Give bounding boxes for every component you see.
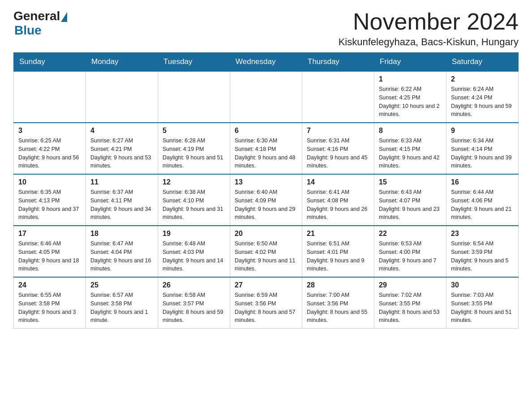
day-number: 5 xyxy=(163,127,225,135)
page-header: General Blue November 2024 Kiskunfelegyh… xyxy=(13,9,519,48)
day-info: Sunrise: 6:30 AM Sunset: 4:18 PM Dayligh… xyxy=(235,137,297,170)
calendar-cell: 23Sunrise: 6:54 AM Sunset: 3:59 PM Dayli… xyxy=(446,226,519,277)
day-info: Sunrise: 6:25 AM Sunset: 4:22 PM Dayligh… xyxy=(18,137,81,170)
day-info: Sunrise: 6:51 AM Sunset: 4:01 PM Dayligh… xyxy=(307,240,369,273)
calendar-cell: 10Sunrise: 6:35 AM Sunset: 4:13 PM Dayli… xyxy=(14,174,86,226)
logo: General Blue xyxy=(13,9,67,38)
day-number: 23 xyxy=(451,230,514,238)
day-number: 16 xyxy=(451,178,514,186)
day-number: 13 xyxy=(235,178,297,186)
day-number: 1 xyxy=(379,75,442,83)
day-number: 29 xyxy=(379,281,442,289)
day-number: 19 xyxy=(163,230,225,238)
day-number: 8 xyxy=(379,127,442,135)
day-number: 10 xyxy=(18,178,81,186)
day-number: 17 xyxy=(18,230,81,238)
day-info: Sunrise: 7:02 AM Sunset: 3:55 PM Dayligh… xyxy=(379,291,442,325)
calendar-cell: 28Sunrise: 7:00 AM Sunset: 3:56 PM Dayli… xyxy=(302,277,374,329)
day-info: Sunrise: 6:57 AM Sunset: 3:58 PM Dayligh… xyxy=(90,291,153,325)
day-number: 4 xyxy=(90,127,153,135)
day-info: Sunrise: 6:35 AM Sunset: 4:13 PM Dayligh… xyxy=(18,188,81,222)
day-number: 24 xyxy=(18,281,81,289)
day-number: 21 xyxy=(307,230,369,238)
day-info: Sunrise: 6:47 AM Sunset: 4:04 PM Dayligh… xyxy=(90,240,153,273)
location-subtitle: Kiskunfelegyhaza, Bacs-Kiskun, Hungary xyxy=(339,36,519,48)
week-row-5: 24Sunrise: 6:55 AM Sunset: 3:58 PM Dayli… xyxy=(14,277,519,329)
calendar-cell xyxy=(302,71,374,123)
week-row-3: 10Sunrise: 6:35 AM Sunset: 4:13 PM Dayli… xyxy=(14,174,519,226)
day-info: Sunrise: 6:50 AM Sunset: 4:02 PM Dayligh… xyxy=(235,240,297,273)
day-number: 26 xyxy=(163,281,225,289)
calendar-cell: 22Sunrise: 6:53 AM Sunset: 4:00 PM Dayli… xyxy=(374,226,446,277)
day-info: Sunrise: 6:58 AM Sunset: 3:57 PM Dayligh… xyxy=(163,291,225,325)
day-number: 22 xyxy=(379,230,442,238)
calendar-cell: 15Sunrise: 6:43 AM Sunset: 4:07 PM Dayli… xyxy=(374,174,446,226)
day-info: Sunrise: 6:40 AM Sunset: 4:09 PM Dayligh… xyxy=(235,188,297,222)
calendar-cell xyxy=(158,71,230,123)
weekday-header-friday: Friday xyxy=(374,53,446,72)
calendar-cell: 30Sunrise: 7:03 AM Sunset: 3:55 PM Dayli… xyxy=(446,277,519,329)
calendar-cell: 13Sunrise: 6:40 AM Sunset: 4:09 PM Dayli… xyxy=(230,174,302,226)
calendar-cell: 7Sunrise: 6:31 AM Sunset: 4:16 PM Daylig… xyxy=(302,123,374,174)
day-number: 11 xyxy=(90,178,153,186)
logo-blue-text: Blue xyxy=(14,23,42,38)
day-number: 27 xyxy=(235,281,297,289)
calendar-cell: 8Sunrise: 6:33 AM Sunset: 4:15 PM Daylig… xyxy=(374,123,446,174)
calendar-cell: 26Sunrise: 6:58 AM Sunset: 3:57 PM Dayli… xyxy=(158,277,230,329)
day-info: Sunrise: 6:22 AM Sunset: 4:25 PM Dayligh… xyxy=(379,85,442,119)
day-number: 3 xyxy=(18,127,81,135)
calendar-cell: 18Sunrise: 6:47 AM Sunset: 4:04 PM Dayli… xyxy=(86,226,158,277)
day-info: Sunrise: 6:24 AM Sunset: 4:24 PM Dayligh… xyxy=(451,85,514,119)
calendar-cell xyxy=(230,71,302,123)
day-info: Sunrise: 6:48 AM Sunset: 4:03 PM Dayligh… xyxy=(163,240,225,273)
day-info: Sunrise: 6:34 AM Sunset: 4:14 PM Dayligh… xyxy=(451,137,514,170)
calendar-cell xyxy=(14,71,86,123)
week-row-4: 17Sunrise: 6:46 AM Sunset: 4:05 PM Dayli… xyxy=(14,226,519,277)
week-row-2: 3Sunrise: 6:25 AM Sunset: 4:22 PM Daylig… xyxy=(14,123,519,174)
weekday-header-row: SundayMondayTuesdayWednesdayThursdayFrid… xyxy=(14,53,519,72)
calendar-cell: 19Sunrise: 6:48 AM Sunset: 4:03 PM Dayli… xyxy=(158,226,230,277)
day-info: Sunrise: 6:27 AM Sunset: 4:21 PM Dayligh… xyxy=(90,137,153,170)
day-info: Sunrise: 6:53 AM Sunset: 4:00 PM Dayligh… xyxy=(379,240,442,273)
day-info: Sunrise: 6:46 AM Sunset: 4:05 PM Dayligh… xyxy=(18,240,81,273)
calendar-cell: 29Sunrise: 7:02 AM Sunset: 3:55 PM Dayli… xyxy=(374,277,446,329)
calendar-cell: 16Sunrise: 6:44 AM Sunset: 4:06 PM Dayli… xyxy=(446,174,519,226)
title-area: November 2024 Kiskunfelegyhaza, Bacs-Kis… xyxy=(339,9,519,48)
day-info: Sunrise: 6:38 AM Sunset: 4:10 PM Dayligh… xyxy=(163,188,225,222)
day-number: 7 xyxy=(307,127,369,135)
month-title: November 2024 xyxy=(339,9,519,34)
calendar-cell: 17Sunrise: 6:46 AM Sunset: 4:05 PM Dayli… xyxy=(14,226,86,277)
day-info: Sunrise: 7:00 AM Sunset: 3:56 PM Dayligh… xyxy=(307,291,369,325)
calendar-cell: 20Sunrise: 6:50 AM Sunset: 4:02 PM Dayli… xyxy=(230,226,302,277)
day-info: Sunrise: 6:31 AM Sunset: 4:16 PM Dayligh… xyxy=(307,137,369,170)
calendar-cell: 25Sunrise: 6:57 AM Sunset: 3:58 PM Dayli… xyxy=(86,277,158,329)
calendar-cell: 24Sunrise: 6:55 AM Sunset: 3:58 PM Dayli… xyxy=(14,277,86,329)
weekday-header-tuesday: Tuesday xyxy=(158,53,230,72)
day-number: 6 xyxy=(235,127,297,135)
day-info: Sunrise: 6:44 AM Sunset: 4:06 PM Dayligh… xyxy=(451,188,514,222)
weekday-header-saturday: Saturday xyxy=(446,53,519,72)
day-number: 15 xyxy=(379,178,442,186)
calendar-cell xyxy=(86,71,158,123)
day-info: Sunrise: 6:37 AM Sunset: 4:11 PM Dayligh… xyxy=(90,188,153,222)
day-info: Sunrise: 6:41 AM Sunset: 4:08 PM Dayligh… xyxy=(307,188,369,222)
day-info: Sunrise: 6:55 AM Sunset: 3:58 PM Dayligh… xyxy=(18,291,81,325)
day-info: Sunrise: 7:03 AM Sunset: 3:55 PM Dayligh… xyxy=(451,291,514,325)
day-info: Sunrise: 6:54 AM Sunset: 3:59 PM Dayligh… xyxy=(451,240,514,273)
day-number: 9 xyxy=(451,127,514,135)
day-number: 12 xyxy=(163,178,225,186)
calendar-cell: 11Sunrise: 6:37 AM Sunset: 4:11 PM Dayli… xyxy=(86,174,158,226)
day-number: 28 xyxy=(307,281,369,289)
calendar-table: SundayMondayTuesdayWednesdayThursdayFrid… xyxy=(13,52,519,329)
calendar-cell: 6Sunrise: 6:30 AM Sunset: 4:18 PM Daylig… xyxy=(230,123,302,174)
day-info: Sunrise: 6:59 AM Sunset: 3:56 PM Dayligh… xyxy=(235,291,297,325)
calendar-cell: 3Sunrise: 6:25 AM Sunset: 4:22 PM Daylig… xyxy=(14,123,86,174)
week-row-1: 1Sunrise: 6:22 AM Sunset: 4:25 PM Daylig… xyxy=(14,71,519,123)
calendar-cell: 21Sunrise: 6:51 AM Sunset: 4:01 PM Dayli… xyxy=(302,226,374,277)
day-number: 18 xyxy=(90,230,153,238)
day-number: 14 xyxy=(307,178,369,186)
day-number: 2 xyxy=(451,75,514,83)
logo-general-text: General xyxy=(13,9,60,23)
day-info: Sunrise: 6:28 AM Sunset: 4:19 PM Dayligh… xyxy=(163,137,225,170)
weekday-header-monday: Monday xyxy=(86,53,158,72)
